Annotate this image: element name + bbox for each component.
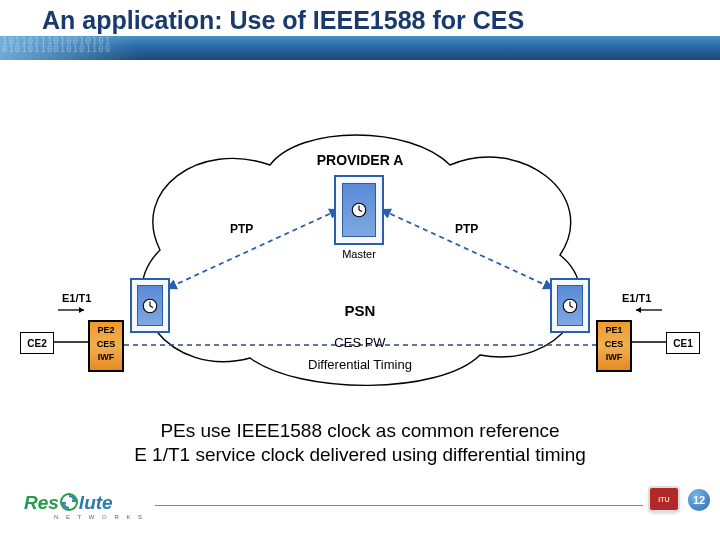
master-clock-box	[334, 175, 384, 245]
pe2-line3: IWF	[90, 351, 122, 365]
pe1-line3: IWF	[598, 351, 630, 365]
clock-icon	[350, 201, 368, 219]
diagram-area: PROVIDER A Master PTP PTP PSN CES PW Dif…	[0, 70, 720, 400]
ptp-label-left: PTP	[230, 222, 253, 236]
pe2-line1: PE2	[90, 324, 122, 338]
header-binary-pattern: 10110111010010101 01010110010101100	[0, 36, 140, 60]
logo-subtitle: N E T W O R K S	[54, 514, 145, 520]
page-number: 12	[688, 489, 710, 511]
caption-line1: PEs use IEEE1588 clock as common referen…	[0, 420, 720, 442]
pe1-box: PE1 CES IWF	[596, 320, 632, 372]
provider-label: PROVIDER A	[0, 152, 720, 168]
pe1-line1: PE1	[598, 324, 630, 338]
e1t1-label-left: E1/T1	[62, 292, 91, 304]
slide-title: An application: Use of IEEE1588 for CES	[42, 6, 524, 35]
master-label: Master	[334, 248, 384, 260]
footer-divider	[155, 505, 643, 506]
logo-res: Res	[24, 492, 59, 513]
caption-line2: E 1/T1 service clock delivered using dif…	[0, 444, 720, 466]
pe2-line2: CES	[90, 338, 122, 352]
ce2-box: CE2	[20, 332, 54, 354]
resolute-logo: Reslute N E T W O R K S	[24, 492, 145, 520]
itu-badge: ITU	[650, 488, 678, 510]
ptp-label-right: PTP	[455, 222, 478, 236]
ce1-box: CE1	[666, 332, 700, 354]
psn-label: PSN	[0, 302, 720, 319]
pe2-box: PE2 CES IWF	[88, 320, 124, 372]
e1t1-label-right: E1/T1	[622, 292, 651, 304]
pe1-line2: CES	[598, 338, 630, 352]
logo-lute: lute	[79, 492, 113, 513]
logo-o-icon	[59, 492, 79, 516]
